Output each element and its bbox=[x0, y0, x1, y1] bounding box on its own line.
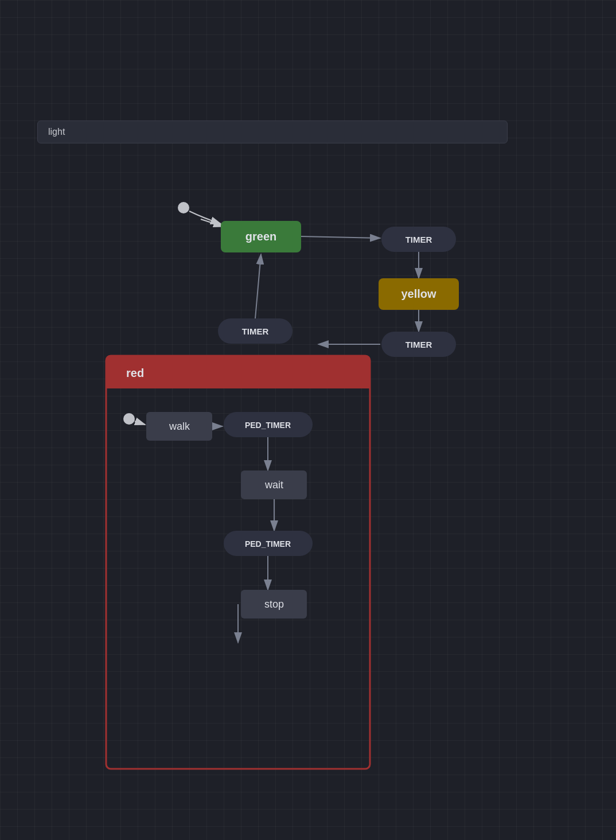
initial-dot-walk bbox=[123, 413, 135, 425]
state-yellow-label: yellow bbox=[401, 287, 436, 300]
initial-arrow-green bbox=[189, 211, 221, 224]
arrow-green-timer1 bbox=[301, 236, 380, 238]
title-text: light bbox=[48, 127, 65, 137]
initial-dot bbox=[178, 202, 189, 213]
state-walk-label: walk bbox=[169, 421, 190, 432]
diagram-container: light green TIMER yellow bbox=[37, 120, 508, 840]
state-wait-label: wait bbox=[264, 479, 283, 491]
initial-arrow-walk bbox=[135, 421, 145, 425]
arrow-timer3-green bbox=[255, 254, 261, 318]
ped-timer-label-1: PED_TIMER bbox=[245, 421, 291, 430]
title-bar: light bbox=[37, 120, 508, 143]
ped-timer-label-2: PED_TIMER bbox=[245, 539, 291, 549]
timer-label-1: TIMER bbox=[406, 235, 432, 244]
compound-red-header-fix bbox=[106, 376, 370, 388]
state-red-label: red bbox=[126, 367, 144, 379]
state-green-label: green bbox=[245, 230, 276, 243]
timer-label-2: TIMER bbox=[406, 340, 432, 349]
diagram-svg: green TIMER yellow TIMER TIMER red bbox=[37, 178, 508, 838]
state-stop-label: stop bbox=[264, 598, 284, 610]
timer-label-3: TIMER bbox=[242, 326, 269, 336]
